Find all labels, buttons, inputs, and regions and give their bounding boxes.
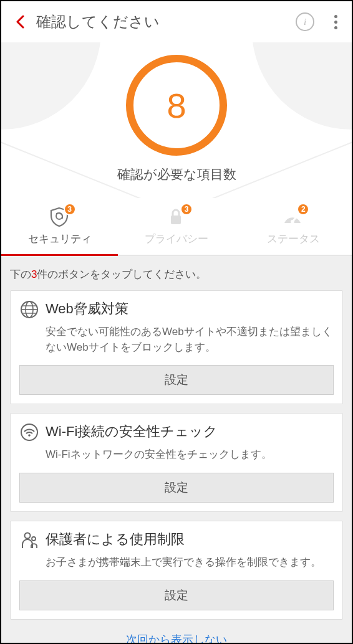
svg-point-12: [32, 537, 36, 541]
card-wifi-check-button[interactable]: 設定: [19, 473, 334, 503]
top-bar: 確認してください i: [1, 1, 352, 42]
card-web-threat: Web脅威対策 安全でない可能性のあるWebサイトや不適切または望ましくないWe…: [10, 290, 343, 404]
card-wifi-check-title: Wi-Fi接続の安全性チェック: [46, 422, 218, 441]
issue-count-label: 確認が必要な項目数: [1, 166, 352, 183]
content-area: 下の3件のボタンをタップしてください。 Web脅威対策 安全でない可能性のあるW…: [1, 256, 352, 644]
tab-privacy[interactable]: 3 プライバシー: [118, 198, 235, 255]
globe-icon: [19, 300, 39, 320]
back-button[interactable]: [11, 9, 29, 34]
card-parental-button[interactable]: 設定: [19, 580, 334, 610]
card-parental: 保護者による使用制限 お子さまが携帯端末上で実行できる操作を制限できます。 設定: [10, 521, 343, 620]
tab-status-label: ステータス: [235, 232, 352, 246]
page-title: 確認してください: [29, 12, 296, 32]
tab-privacy-label: プライバシー: [118, 232, 235, 246]
dot-icon: [334, 26, 337, 29]
tab-bar: 3 セキュリティ 3 プライバシー 2 ステータス: [1, 198, 352, 256]
card-parental-desc: お子さまが携帯端末上で実行できる操作を制限できます。: [19, 550, 334, 580]
svg-point-11: [25, 533, 31, 538]
card-web-threat-desc: 安全でない可能性のあるWebサイトや不適切または望ましくないWebサイトをブロッ…: [19, 320, 334, 365]
hero-section: 8 確認が必要な項目数: [1, 42, 352, 198]
card-web-threat-button[interactable]: 設定: [19, 365, 334, 395]
tab-security-badge: 3: [64, 203, 76, 215]
svg-rect-1: [171, 215, 181, 224]
tab-status-badge: 2: [297, 203, 309, 215]
overflow-menu-button[interactable]: [329, 15, 342, 29]
info-button[interactable]: i: [296, 12, 314, 31]
issue-count-ring: 8: [126, 55, 227, 156]
tab-security-label: セキュリティ: [1, 232, 118, 246]
info-icon: i: [304, 17, 306, 27]
dot-icon: [334, 21, 337, 24]
card-wifi-check: Wi-Fi接続の安全性チェック Wi-Fiネットワークの安全性をチェックします。…: [10, 413, 343, 512]
card-web-threat-title: Web脅威対策: [46, 300, 128, 318]
parental-icon: [19, 530, 39, 550]
chevron-left-icon: [16, 15, 24, 29]
issue-count-number: 8: [167, 85, 186, 126]
tab-security[interactable]: 3 セキュリティ: [1, 198, 118, 255]
wifi-icon: [19, 422, 39, 442]
svg-point-10: [28, 434, 31, 437]
dot-icon: [334, 15, 337, 18]
card-wifi-check-desc: Wi-Fiネットワークの安全性をチェックします。: [19, 442, 334, 473]
instruction-text: 下の3件のボタンをタップしてください。: [1, 256, 352, 290]
tab-status[interactable]: 2 ステータス: [235, 198, 352, 255]
tab-privacy-badge: 3: [180, 203, 193, 215]
card-parental-title: 保護者による使用制限: [46, 530, 185, 549]
skip-link[interactable]: 次回から表示しない: [1, 628, 352, 644]
